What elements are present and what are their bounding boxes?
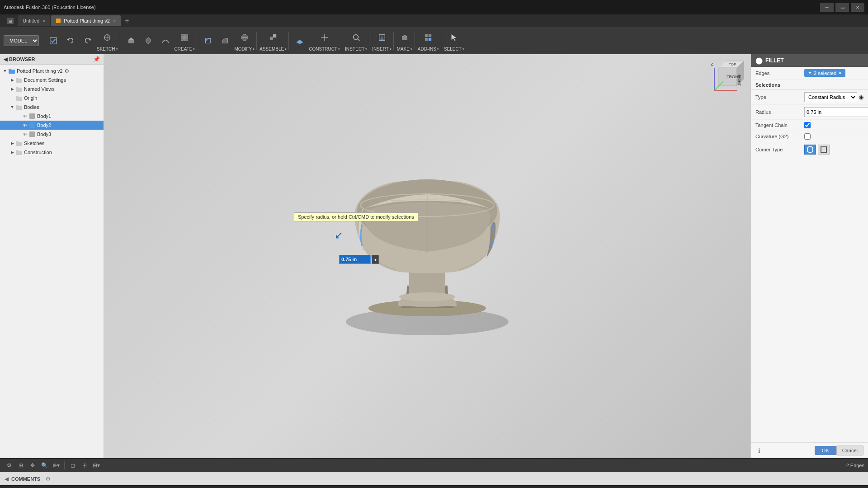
grid-btn[interactable]: ⊞ bbox=[15, 460, 26, 471]
main-area: ◀ BROWSER 📌 ▼ Potted Plant thing v2 ⚙ ▶ bbox=[0, 54, 868, 458]
select-btn[interactable] bbox=[446, 29, 462, 46]
construct-btn[interactable] bbox=[321, 29, 329, 46]
tangent-chain-label: Tangent Chain bbox=[755, 122, 801, 128]
origin-label: Origin bbox=[24, 95, 37, 101]
sketch-dropdown-btn[interactable] bbox=[100, 29, 114, 46]
tree-item-sketches[interactable]: ▶ Sketches bbox=[0, 139, 104, 148]
assemble-btn[interactable] bbox=[265, 29, 281, 46]
doc-settings-icon bbox=[15, 76, 23, 84]
svg-marker-13 bbox=[223, 38, 228, 43]
close-button[interactable]: ✕ bbox=[851, 3, 864, 12]
tree-item-construction[interactable]: ▶ Construction bbox=[0, 148, 104, 157]
display-settings-btn[interactable]: ⚙ bbox=[4, 460, 14, 471]
extrude-btn[interactable] bbox=[123, 33, 139, 49]
minimize-button[interactable]: ─ bbox=[820, 3, 834, 12]
tab-untitled[interactable]: Untitled ✕ bbox=[18, 15, 50, 26]
svg-marker-4 bbox=[67, 39, 69, 41]
input-arrow-btn[interactable]: ▾ bbox=[372, 255, 379, 264]
tab-potted-plant[interactable]: Potted Plant thing v2 ✕ bbox=[51, 15, 121, 26]
tab-untitled-close[interactable]: ✕ bbox=[42, 19, 46, 23]
type-select[interactable]: Constant Radius Variable Radius Chord Le… bbox=[804, 92, 857, 102]
finish-sketch-btn[interactable] bbox=[45, 33, 61, 49]
cancel-button[interactable]: Cancel bbox=[836, 446, 863, 455]
ok-button[interactable]: OK bbox=[815, 446, 836, 455]
edges-row: Edges ✦ 2 selected ✕ bbox=[751, 67, 868, 80]
modify-more-btn[interactable] bbox=[241, 29, 249, 46]
plane-btn[interactable] bbox=[292, 33, 308, 49]
tree-item-named-views[interactable]: ▶ Named Views bbox=[0, 84, 104, 94]
edges-icon: ✦ bbox=[808, 70, 812, 76]
svg-rect-29 bbox=[429, 38, 431, 41]
type-label: Type bbox=[755, 94, 801, 100]
collapse-comments-icon[interactable]: ◀ bbox=[5, 476, 9, 482]
display-mode-btn[interactable]: ◻ bbox=[67, 460, 78, 471]
tree-item-body2[interactable]: ▶ 👁 Body2 bbox=[0, 121, 104, 130]
sweep-btn[interactable] bbox=[157, 33, 174, 49]
tree-item-body1[interactable]: ▶ 👁 Body1 bbox=[0, 112, 104, 121]
fillet-btn[interactable] bbox=[200, 33, 216, 49]
viewcube[interactable]: FRONT TOP RIGHT Z bbox=[710, 59, 746, 95]
radius-field[interactable] bbox=[805, 108, 868, 117]
tree-arrow: ▼ bbox=[2, 69, 8, 73]
create-group: CREATE▾ bbox=[121, 32, 198, 50]
folder-icon bbox=[8, 67, 15, 75]
grid-display-btn[interactable]: ⊞▾ bbox=[91, 460, 102, 471]
radius-input-overlay[interactable]: ▾ bbox=[339, 255, 379, 264]
toolbar: MODEL SKETCH▾ bbox=[0, 27, 868, 54]
edges-count-status: 2 Edges bbox=[846, 463, 864, 468]
playback-bar: ⏮ ⏪ ▶ ⏩ ⏭ bbox=[0, 485, 868, 488]
redo-btn[interactable] bbox=[80, 33, 96, 49]
tab-potted-plant-close[interactable]: ✕ bbox=[113, 19, 116, 23]
construction-label: Construction bbox=[24, 150, 52, 155]
insert-btn[interactable] bbox=[374, 29, 390, 46]
svg-text:⊞: ⊞ bbox=[9, 19, 12, 23]
corner-type-btn-1[interactable] bbox=[804, 145, 816, 155]
pan-btn[interactable]: ✥ bbox=[27, 460, 38, 471]
svg-rect-46 bbox=[807, 147, 813, 152]
browser-pin-btn[interactable]: 📌 bbox=[93, 56, 100, 62]
add-tab-button[interactable]: + bbox=[122, 15, 132, 26]
model-dropdown[interactable]: MODEL bbox=[4, 35, 39, 46]
tangent-chain-checkbox[interactable] bbox=[804, 122, 811, 128]
revolve-btn[interactable] bbox=[140, 33, 156, 49]
restore-button[interactable]: ▭ bbox=[835, 3, 849, 12]
radius-input-group[interactable]: ▲ ▼ bbox=[804, 107, 868, 117]
comments-settings-btn[interactable]: ⚙ bbox=[43, 474, 53, 484]
viewport[interactable]: ↙ Specify radius, or hold Ctrl/CMD to mo… bbox=[104, 54, 750, 458]
tree-item-doc-settings[interactable]: ▶ Document Settings bbox=[0, 75, 104, 84]
edges-badge-close[interactable]: ✕ bbox=[838, 70, 842, 75]
curvature-label: Curvature (G2) bbox=[755, 134, 801, 139]
make-btn[interactable] bbox=[396, 29, 413, 46]
radius-input[interactable] bbox=[339, 255, 371, 264]
info-button[interactable]: ℹ bbox=[755, 447, 763, 454]
browser-collapse-icon[interactable]: ◀ bbox=[4, 56, 7, 62]
fillet-panel: ⬤ FILLET Edges ✦ 2 selected ✕ Selections… bbox=[750, 54, 868, 458]
body2-label: Body2 bbox=[37, 122, 51, 128]
sketches-icon bbox=[15, 140, 23, 147]
body1-eye-icon: 👁 bbox=[23, 114, 27, 119]
tree-item-body3[interactable]: ▶ 👁 Body3 bbox=[0, 130, 104, 139]
zoom-options-btn[interactable]: ⊕▾ bbox=[51, 460, 61, 471]
tree-item-origin[interactable]: ▶ Origin bbox=[0, 94, 104, 103]
body3-eye-icon: 👁 bbox=[23, 132, 27, 137]
sidebar: ◀ BROWSER 📌 ▼ Potted Plant thing v2 ⚙ ▶ bbox=[0, 54, 104, 458]
edges-badge: ✦ 2 selected ✕ bbox=[804, 69, 845, 77]
browser-header: ◀ BROWSER 📌 bbox=[0, 54, 104, 65]
home-tab[interactable]: ⊞ bbox=[4, 18, 17, 24]
zoom-btn[interactable]: 🔍 bbox=[39, 460, 50, 471]
create-more-btn[interactable] bbox=[180, 29, 189, 46]
svg-point-33 bbox=[399, 292, 455, 301]
panel-title: FILLET bbox=[765, 57, 784, 64]
sketch-group: SKETCH▾ bbox=[43, 32, 120, 50]
inspect-btn[interactable] bbox=[348, 29, 364, 46]
tree-item-bodies[interactable]: ▼ Bodies bbox=[0, 103, 104, 112]
tree-item-root[interactable]: ▼ Potted Plant thing v2 ⚙ bbox=[0, 66, 104, 75]
curvature-checkbox[interactable] bbox=[804, 133, 811, 140]
corner-type-btn-2[interactable] bbox=[818, 145, 830, 155]
undo-btn[interactable] bbox=[62, 33, 79, 49]
named-views-icon bbox=[15, 85, 23, 93]
wireframe-btn[interactable]: ⊞ bbox=[79, 460, 90, 471]
chamfer-btn[interactable] bbox=[217, 33, 233, 49]
corner-type-label: Corner Type bbox=[755, 147, 801, 152]
addins-btn[interactable] bbox=[420, 29, 436, 46]
